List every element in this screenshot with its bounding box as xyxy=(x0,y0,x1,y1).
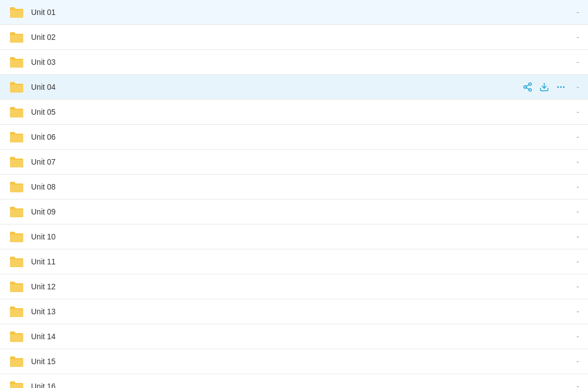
file-name: Unit 03 xyxy=(31,58,570,67)
file-name: Unit 04 xyxy=(31,83,523,91)
more-icon[interactable] xyxy=(556,82,566,92)
download-icon[interactable] xyxy=(539,82,549,92)
folder-icon xyxy=(9,280,24,293)
file-name: Unit 14 xyxy=(31,332,570,341)
list-item[interactable]: Unit 09- xyxy=(0,200,588,224)
list-item[interactable]: Unit 07- xyxy=(0,150,588,175)
file-size: - xyxy=(570,83,579,91)
folder-icon xyxy=(9,380,24,388)
file-name: Unit 07 xyxy=(31,157,570,166)
list-item[interactable]: Unit 02- xyxy=(0,25,588,50)
file-name: Unit 15 xyxy=(31,357,570,366)
list-item[interactable]: Unit 10- xyxy=(0,224,588,249)
file-name: Unit 11 xyxy=(31,257,570,266)
file-size: - xyxy=(570,108,579,116)
file-name: Unit 12 xyxy=(31,282,570,291)
file-size: - xyxy=(570,33,579,42)
svg-point-7 xyxy=(560,86,562,88)
file-name: Unit 13 xyxy=(31,307,570,316)
file-list: Unit 01- Unit 02- Unit 03- Unit 04 - Uni… xyxy=(0,0,588,388)
file-size: - xyxy=(570,182,579,191)
folder-icon xyxy=(9,56,24,68)
file-name: Unit 02 xyxy=(31,33,570,42)
list-item[interactable]: Unit 13- xyxy=(0,299,588,324)
list-item[interactable]: Unit 14- xyxy=(0,324,588,349)
share-icon[interactable] xyxy=(523,82,533,92)
list-item[interactable]: Unit 11- xyxy=(0,249,588,274)
list-item[interactable]: Unit 03- xyxy=(0,50,588,75)
folder-icon xyxy=(9,156,24,168)
folder-icon xyxy=(9,206,24,218)
file-size: - xyxy=(570,282,579,291)
list-item[interactable]: Unit 06- xyxy=(0,125,588,150)
list-item[interactable]: Unit 12- xyxy=(0,274,588,299)
file-size: - xyxy=(570,207,579,216)
file-name: Unit 01 xyxy=(31,8,570,17)
folder-icon xyxy=(9,106,24,118)
file-name: Unit 10 xyxy=(31,232,570,241)
file-size: - xyxy=(570,58,579,67)
folder-icon xyxy=(9,81,24,93)
file-size: - xyxy=(570,257,579,266)
file-size: - xyxy=(570,8,579,17)
file-size: - xyxy=(570,357,579,366)
list-item[interactable]: Unit 15- xyxy=(0,349,588,374)
file-name: Unit 16 xyxy=(31,382,570,388)
svg-point-8 xyxy=(563,86,565,88)
list-item[interactable]: Unit 08- xyxy=(0,175,588,200)
folder-icon xyxy=(9,31,24,43)
list-item[interactable]: Unit 16- xyxy=(0,374,588,388)
folder-icon xyxy=(9,6,24,18)
file-size: - xyxy=(570,382,579,388)
folder-icon xyxy=(9,305,24,318)
file-name: Unit 06 xyxy=(31,132,570,141)
folder-icon xyxy=(9,181,24,193)
folder-icon xyxy=(9,231,24,243)
svg-point-6 xyxy=(557,86,559,88)
file-name: Unit 08 xyxy=(31,182,570,191)
svg-line-3 xyxy=(526,88,529,89)
file-size: - xyxy=(570,232,579,241)
list-item[interactable]: Unit 04 - xyxy=(0,75,588,100)
folder-icon xyxy=(9,330,24,343)
folder-icon xyxy=(9,256,24,268)
file-name: Unit 05 xyxy=(31,108,570,116)
file-size: - xyxy=(570,332,579,341)
list-item[interactable]: Unit 05- xyxy=(0,100,588,125)
action-buttons xyxy=(523,82,566,92)
file-size: - xyxy=(570,307,579,316)
folder-icon xyxy=(9,355,24,367)
file-size: - xyxy=(570,157,579,166)
file-size: - xyxy=(570,132,579,141)
folder-icon xyxy=(9,131,24,143)
list-item[interactable]: Unit 01- xyxy=(0,0,588,25)
svg-line-4 xyxy=(526,85,529,86)
file-name: Unit 09 xyxy=(31,207,570,216)
